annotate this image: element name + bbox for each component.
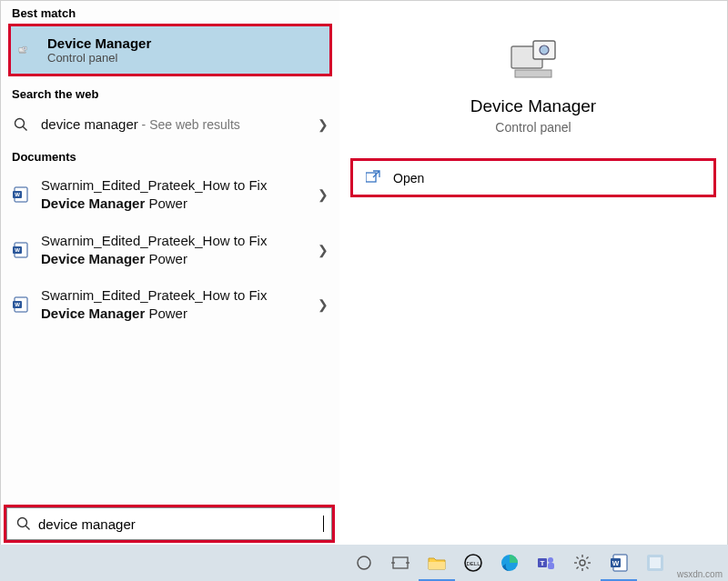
- doc-line1: Swarnim_Edited_Prateek_How to Fix: [41, 286, 310, 305]
- word-doc-icon: W: [12, 296, 30, 314]
- best-match-text: Device Manager Control panel: [47, 35, 151, 65]
- svg-rect-18: [515, 70, 551, 77]
- document-result-row[interactable]: W Swarnim_Edited_Prateek_How to Fix Devi…: [1, 277, 339, 333]
- preview-column: Device Manager Control panel Open: [339, 1, 727, 545]
- search-bar[interactable]: [6, 507, 332, 540]
- svg-rect-19: [366, 173, 376, 182]
- svg-line-21: [25, 526, 29, 529]
- preview-subtitle: Control panel: [339, 120, 727, 135]
- svg-text:W: W: [612, 559, 620, 567]
- section-label-documents: Documents: [1, 145, 339, 167]
- web-result-text: device manager - See web results: [41, 115, 310, 134]
- web-result-row[interactable]: device manager - See web results ❯: [1, 105, 339, 145]
- web-query-text: device manager: [41, 116, 138, 132]
- word-doc-icon: W: [12, 185, 30, 204]
- taskbar-app-icon[interactable]: [637, 545, 673, 581]
- taskbar-cortana-icon[interactable]: [346, 545, 382, 581]
- document-text: Swarnim_Edited_Prateek_How to Fix Device…: [41, 176, 310, 214]
- chevron-right-icon: ❯: [318, 297, 329, 312]
- doc-line1: Swarnim_Edited_Prateek_How to Fix: [41, 176, 310, 195]
- svg-point-32: [548, 557, 553, 563]
- watermark-text: wsxdn.com: [677, 569, 723, 579]
- svg-point-4: [15, 119, 25, 128]
- doc-after: Power: [145, 195, 187, 211]
- taskbar-dell-icon[interactable]: DELL: [455, 545, 491, 581]
- document-text: Swarnim_Edited_Prateek_How to Fix Device…: [41, 232, 310, 269]
- document-result-row[interactable]: W Swarnim_Edited_Prateek_How to Fix Devi…: [1, 167, 339, 223]
- svg-line-40: [586, 566, 588, 568]
- document-text: Swarnim_Edited_Prateek_How to Fix Device…: [41, 286, 310, 324]
- taskbar-settings-icon[interactable]: [564, 545, 601, 581]
- svg-point-17: [540, 45, 549, 55]
- device-manager-icon: [18, 41, 36, 59]
- search-results-panel: Best match Device Manager Control panel: [0, 0, 728, 546]
- search-input[interactable]: [38, 516, 323, 532]
- svg-point-34: [580, 560, 585, 566]
- chevron-right-icon: ❯: [318, 187, 329, 202]
- search-icon: [12, 115, 30, 134]
- web-suffix-text: - See web results: [138, 117, 240, 132]
- chevron-right-icon: ❯: [318, 117, 329, 132]
- taskbar-edge-icon[interactable]: [491, 545, 528, 581]
- doc-bold: Device Manager: [41, 195, 145, 211]
- svg-rect-3: [19, 52, 25, 53]
- svg-text:W: W: [15, 192, 20, 197]
- taskbar-file-explorer-icon[interactable]: [419, 545, 455, 581]
- word-doc-icon: W: [12, 241, 30, 259]
- search-icon: [15, 515, 33, 533]
- doc-line1: Swarnim_Edited_Prateek_How to Fix: [41, 232, 310, 250]
- best-match-item[interactable]: Device Manager Control panel: [11, 26, 329, 74]
- svg-point-22: [358, 556, 370, 569]
- document-result-row[interactable]: W Swarnim_Edited_Prateek_How to Fix Devi…: [1, 223, 339, 278]
- svg-rect-33: [548, 563, 554, 569]
- svg-point-2: [24, 47, 25, 49]
- text-caret: [323, 516, 324, 532]
- best-match-title: Device Manager: [47, 35, 151, 51]
- open-button[interactable]: Open: [353, 161, 713, 195]
- svg-text:DELL: DELL: [466, 561, 480, 566]
- svg-line-41: [577, 566, 579, 568]
- svg-point-20: [18, 518, 27, 527]
- open-label: Open: [393, 171, 424, 185]
- svg-text:W: W: [15, 247, 20, 253]
- highlight-box-best-match: Device Manager Control panel: [8, 24, 332, 76]
- svg-rect-23: [393, 557, 408, 568]
- doc-bold: Device Manager: [41, 251, 145, 266]
- svg-text:T: T: [541, 559, 545, 567]
- preview-title: Device Manager: [339, 96, 727, 116]
- chevron-right-icon: ❯: [318, 243, 329, 257]
- svg-rect-26: [429, 562, 445, 569]
- svg-line-42: [586, 557, 588, 559]
- best-match-subtitle: Control panel: [47, 51, 151, 65]
- preview-header: Device Manager Control panel: [339, 1, 727, 135]
- taskbar-word-icon[interactable]: W: [601, 545, 637, 581]
- open-icon: [366, 170, 380, 185]
- section-label-best-match: Best match: [1, 1, 339, 24]
- doc-after: Power: [145, 306, 187, 321]
- taskbar: DELL T W: [0, 545, 728, 581]
- taskbar-teams-icon[interactable]: T: [528, 545, 564, 581]
- svg-line-39: [577, 557, 579, 559]
- highlight-box-search: [4, 505, 335, 543]
- section-label-web: Search the web: [1, 76, 339, 105]
- results-list-column: Best match Device Manager Control panel: [1, 1, 339, 545]
- svg-text:W: W: [15, 302, 20, 307]
- doc-bold: Device Manager: [41, 306, 145, 321]
- doc-after: Power: [145, 251, 187, 266]
- svg-rect-47: [650, 557, 661, 568]
- device-manager-icon: [508, 37, 559, 81]
- highlight-box-open: Open: [350, 158, 716, 197]
- svg-line-5: [23, 126, 26, 130]
- taskbar-taskview-icon[interactable]: [382, 545, 419, 581]
